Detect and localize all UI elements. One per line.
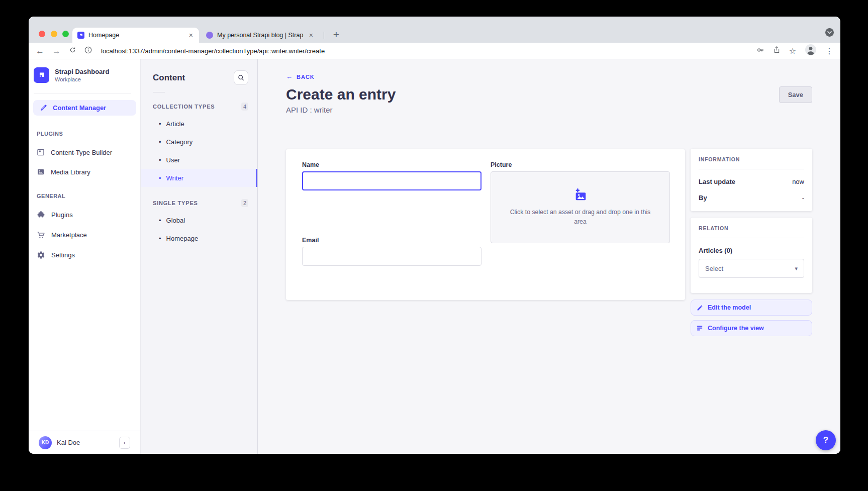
- information-card: INFORMATION Last update now By -: [691, 149, 812, 211]
- subnav-title: Content: [153, 73, 185, 83]
- pencil-icon: [697, 305, 703, 311]
- close-tab-icon[interactable]: ×: [188, 32, 194, 39]
- subnav-item-category[interactable]: • Category: [141, 133, 257, 151]
- email-input[interactable]: [302, 247, 481, 266]
- collection-types-header: COLLECTION TYPES 4: [153, 103, 248, 111]
- edit-model-button[interactable]: Edit the model: [691, 300, 812, 316]
- tab-homepage[interactable]: Homepage ×: [72, 28, 199, 43]
- browser-forward-icon[interactable]: →: [52, 47, 61, 55]
- subnav-divider: [153, 92, 165, 92]
- bookmark-star-icon[interactable]: ☆: [789, 46, 796, 56]
- chevron-down-icon: ▾: [795, 265, 798, 272]
- last-update-value: now: [792, 178, 804, 185]
- site-info-icon[interactable]: [84, 46, 92, 56]
- subnav-item-global[interactable]: • Global: [141, 211, 257, 229]
- information-title: INFORMATION: [699, 156, 804, 162]
- single-count-badge: 2: [241, 199, 248, 207]
- right-panel: INFORMATION Last update now By - RELATIO…: [691, 149, 812, 336]
- main-content: ← BACK Create an entry API ID : writer S…: [258, 59, 840, 454]
- back-link[interactable]: ← BACK: [286, 73, 315, 80]
- bullet-icon: •: [159, 156, 161, 164]
- close-tab-icon[interactable]: ×: [308, 32, 314, 39]
- sidebar-item-content-manager[interactable]: Content Manager: [33, 100, 136, 116]
- brand-title: Strapi Dashboard: [55, 68, 109, 75]
- sidebar-item-media-library[interactable]: Media Library: [37, 168, 140, 176]
- bullet-icon: •: [159, 235, 161, 242]
- sidebar-item-settings[interactable]: Settings: [37, 251, 140, 259]
- tab-title: Homepage: [88, 32, 184, 39]
- media-icon: [37, 168, 45, 176]
- close-window-button[interactable]: [39, 31, 45, 37]
- sidebar-section-general: GENERAL: [37, 193, 140, 199]
- subnav-item-user[interactable]: • User: [141, 151, 257, 169]
- relation-card: RELATION Articles (0) Select ▾: [691, 218, 812, 293]
- brand: Strapi Dashboard Workplace: [29, 59, 140, 83]
- entry-form-card: Name Email Picture Click to select an as…: [286, 149, 685, 300]
- sidebar-divider: [34, 93, 131, 93]
- brand-subtitle: Workplace: [55, 76, 109, 82]
- tab-title: My personal Strapi blog | Strap: [217, 32, 304, 39]
- email-label: Email: [302, 237, 481, 244]
- subnav-item-writer[interactable]: • Writer: [141, 169, 257, 187]
- relation-title: RELATION: [699, 225, 804, 231]
- search-icon: [238, 74, 244, 81]
- layout-icon: [37, 148, 45, 156]
- browser-reload-icon[interactable]: [69, 46, 76, 56]
- bullet-icon: •: [159, 217, 161, 224]
- puzzle-icon: [37, 211, 45, 219]
- share-icon[interactable]: [773, 46, 781, 56]
- panel-divider: [699, 238, 804, 238]
- cart-icon: [37, 231, 45, 239]
- articles-label: Articles (0): [699, 247, 804, 254]
- configure-view-button[interactable]: Configure the view: [691, 320, 812, 336]
- profile-avatar-icon[interactable]: [805, 44, 817, 58]
- save-button[interactable]: Save: [779, 86, 812, 103]
- picture-dropzone[interactable]: Click to select an asset or drag and dro…: [491, 171, 670, 243]
- search-button[interactable]: [234, 70, 248, 85]
- strapi-logo-icon: [34, 67, 49, 83]
- help-button[interactable]: ?: [816, 430, 836, 450]
- sidebar-item-marketplace[interactable]: Marketplace: [37, 231, 140, 239]
- bullet-icon: •: [159, 174, 161, 182]
- articles-select[interactable]: Select ▾: [699, 259, 804, 278]
- new-tab-button[interactable]: +: [329, 27, 344, 42]
- user-avatar: KD: [39, 436, 52, 449]
- sidebar-item-content-type-builder[interactable]: Content-Type Builder: [37, 148, 140, 156]
- search-tabs-icon[interactable]: [825, 28, 834, 39]
- browser-back-icon[interactable]: ←: [36, 47, 44, 55]
- last-update-row: Last update now: [699, 178, 804, 185]
- zoom-window-button[interactable]: [62, 31, 69, 37]
- content-subnav: Content COLLECTION TYPES 4 • Article • C…: [141, 59, 258, 454]
- strapi-favicon-icon: [77, 32, 84, 39]
- tab-strapi-blog[interactable]: My personal Strapi blog | Strap ×: [201, 28, 319, 43]
- strapi-app: Strapi Dashboard Workplace Content Manag…: [29, 59, 840, 454]
- by-row: By -: [699, 194, 804, 202]
- main-sidebar: Strapi Dashboard Workplace Content Manag…: [29, 59, 141, 454]
- sidebar-section-plugins: PLUGINS: [37, 131, 140, 137]
- password-key-icon[interactable]: [756, 46, 764, 56]
- name-input[interactable]: [302, 171, 481, 190]
- sidebar-footer: KD Kai Doe ‹: [29, 431, 140, 454]
- sidebar-item-plugins[interactable]: Plugins: [37, 211, 140, 219]
- subnav-item-article[interactable]: • Article: [141, 115, 257, 133]
- subnav-item-homepage[interactable]: • Homepage: [141, 229, 257, 247]
- bullet-icon: •: [159, 138, 161, 146]
- configure-lines-icon: [697, 325, 703, 331]
- by-value: -: [802, 194, 804, 202]
- panel-divider: [699, 169, 804, 169]
- dropzone-hint: Click to select an asset or drag and dro…: [504, 208, 656, 227]
- url-input[interactable]: localhost:1337/admin/content-manager/col…: [101, 47, 748, 55]
- bullet-icon: •: [159, 120, 161, 128]
- browser-window: Homepage × My personal Strapi blog | Str…: [29, 17, 840, 454]
- pen-icon: [40, 104, 47, 112]
- url-bar: ← → localhost:1337/admin/content-manager…: [29, 43, 840, 59]
- blog-favicon-icon: [206, 32, 213, 39]
- api-id-subtitle: API ID : writer: [286, 106, 333, 114]
- collection-count-badge: 4: [241, 103, 248, 111]
- tab-separator: [324, 32, 324, 39]
- collapse-sidebar-button[interactable]: ‹: [119, 437, 130, 449]
- browser-menu-icon[interactable]: ⋮: [825, 46, 833, 56]
- back-arrow-icon: ←: [286, 73, 293, 80]
- minimize-window-button[interactable]: [51, 31, 57, 37]
- page-title: Create an entry: [286, 86, 396, 103]
